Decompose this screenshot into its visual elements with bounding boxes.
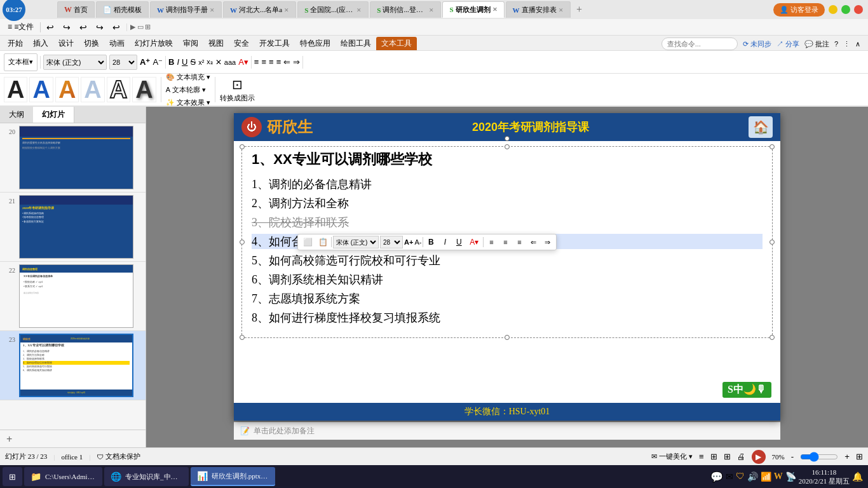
tab-home[interactable]: W 首页 [57, 1, 95, 18]
share-button[interactable]: ↗ 分享 [776, 39, 799, 49]
float-font-dec[interactable]: A- [414, 238, 421, 246]
taskbar-item-browser[interactable]: 🌐 专业知识库_中国研... [104, 467, 189, 486]
ribbon-tab-start[interactable]: 开始 [3, 37, 28, 50]
panel-tab-slides[interactable]: 幻灯片 [33, 107, 74, 123]
slide-thumb-22[interactable]: 22 调剂信息整理 XX专业调剂必备信息清单 • 院校名称 ✓ xyt1 • 联… [0, 262, 146, 331]
slide-item-7[interactable]: 7、志愿填报系统方案 [252, 291, 763, 306]
ribbon-tab-design[interactable]: 设计 [53, 37, 79, 50]
font-name-select[interactable]: 宋体 (正文) [43, 55, 107, 70]
zoom-out-btn[interactable]: - [791, 452, 794, 461]
float-bold-btn[interactable]: B [424, 236, 437, 248]
new-tab-button[interactable]: + [572, 2, 587, 17]
float-color-btn[interactable]: A▾ [466, 236, 482, 248]
network-tray-icon[interactable]: 📡 [785, 471, 796, 482]
slide-item-3[interactable]: 3、院校选择和联系 [252, 215, 763, 230]
float-font-select[interactable]: 宋体 (正文) [333, 236, 379, 248]
taskbar-item-explorer[interactable]: 📁 C:\Users\Adminis... [24, 467, 102, 486]
volume-tray-icon[interactable]: 🔊 [747, 471, 758, 482]
float-align-left[interactable]: ≡ [485, 236, 498, 248]
float-paste-btn[interactable]: 📋 [316, 236, 330, 248]
tab-college[interactable]: S 全国院...(应用) ✕ [297, 1, 369, 18]
ribbon-tab-special[interactable]: 特色应用 [295, 37, 336, 50]
indent-inc-button[interactable]: ⇒ [293, 57, 300, 67]
tab-zhibo[interactable]: W 直播安排表 ✕ [506, 1, 571, 18]
tab-guide-close[interactable]: ✕ [210, 7, 215, 13]
float-align-center[interactable]: ≡ [499, 236, 512, 248]
sync-button[interactable]: ⟳ 未同步 [743, 39, 771, 49]
superscript-button[interactable]: x² [198, 58, 204, 66]
float-indent-dec[interactable]: ⇐ [527, 236, 539, 248]
text-effect-light[interactable]: A [81, 77, 104, 102]
textframe-selector[interactable]: 文本框▾ [4, 53, 37, 71]
wps-tray-icon[interactable]: W [774, 471, 783, 482]
font-size-increase[interactable]: A⁺ [140, 57, 150, 67]
special-char-button[interactable]: aaa [224, 58, 236, 66]
more-button[interactable]: ⋮ [843, 40, 850, 48]
text-fill-button[interactable]: 🎨 文本填充 ▾ [166, 71, 210, 83]
indent-dec-button[interactable]: ⇐ [283, 57, 290, 67]
beauty-button[interactable]: ✉ 一键美化 ▾ [651, 452, 693, 461]
notifications-icon[interactable]: 🔔 [852, 471, 863, 482]
undo2-button[interactable]: ↩ [76, 20, 90, 34]
bold-button[interactable]: B [168, 57, 174, 67]
tab-list-close[interactable]: ✕ [284, 7, 289, 13]
ribbon-tab-devtools[interactable]: 开发工具 [254, 37, 295, 50]
ribbon-tab-review[interactable]: 审阅 [178, 37, 203, 50]
text-effect-shadow[interactable]: A [132, 77, 156, 102]
ribbon-tab-view[interactable]: 视图 [203, 37, 229, 50]
add-slide-button[interactable]: + [6, 433, 12, 445]
comment-button[interactable]: 💬 批注 [804, 39, 829, 49]
font-color-button[interactable]: A▾ [238, 57, 248, 67]
zoom-in-btn[interactable]: + [844, 452, 850, 461]
zoom-slider[interactable] [800, 452, 838, 462]
convert-to-diagram-button[interactable]: ⊡ 转换成图示 [220, 74, 255, 105]
subscript-button[interactable]: x₂ [207, 58, 213, 66]
file-menu[interactable]: ≡ ≡文件 [4, 20, 37, 34]
fit-page-btn[interactable]: ⊞ [856, 452, 863, 461]
tab-tiaoji[interactable]: S 研欣生调剂 ✕ [442, 1, 504, 18]
minimize-button[interactable] [829, 5, 837, 14]
text-effect-blue[interactable]: A [29, 77, 53, 102]
collapse-ribbon-button[interactable]: ∧ [855, 40, 860, 48]
tab-tiaoji-close[interactable]: ✕ [492, 6, 498, 13]
font-size-decrease[interactable]: A⁻ [153, 57, 163, 67]
underline-button[interactable]: U [182, 57, 187, 67]
slide-item-5[interactable]: 5、如何高校筛选可行院校和可行专业 [252, 253, 763, 268]
slide-item-1[interactable]: 1、调剂的必备信息精讲 [252, 177, 763, 192]
float-italic-btn[interactable]: I [438, 236, 451, 248]
tab-guide[interactable]: W 调剂指导手册 ✕ [150, 1, 222, 18]
float-indent-inc[interactable]: ⇒ [541, 236, 553, 248]
align-right-button[interactable]: ≡ [269, 57, 274, 67]
float-copy-btn[interactable]: ⬜ [301, 236, 315, 248]
align-center-button[interactable]: ≡ [261, 57, 266, 67]
visitor-login-button[interactable]: 👤 访客登录 [773, 3, 825, 17]
float-size-select[interactable]: 28 [380, 236, 403, 248]
slide-thumb-23[interactable]: 23 研欣生 2020年考研调剂指导课 1、XX专业可以调剂哪些学校 1、调剂的… [0, 331, 146, 400]
close-button[interactable] [854, 5, 863, 14]
slide-thumb-21[interactable]: 21 2020年考研调剂指导课 • 调剂系统操作指南 • 报考院校信息整理 • … [0, 193, 146, 262]
align-left-button[interactable]: ≡ [254, 57, 259, 67]
wechat-tray-icon[interactable]: 💬 [710, 471, 723, 483]
tab-college-close[interactable]: ✕ [356, 7, 362, 13]
font-size-select[interactable]: 28 [109, 55, 137, 70]
panel-tab-outline[interactable]: 大纲 [0, 107, 33, 123]
normal-view-btn[interactable]: ⊞ [710, 452, 717, 461]
slide-thumb-20[interactable]: 20 调剂的重要性分析及选择策略讲解 根据院校分数线制定个人调剂方案 [0, 123, 146, 193]
ribbon-tab-security[interactable]: 安全 [229, 37, 254, 50]
italic-button[interactable]: I [177, 57, 179, 67]
ribbon-tab-draw[interactable]: 绘图工具 [336, 37, 376, 50]
maximize-button[interactable] [841, 5, 850, 14]
bluetooth-tray-icon[interactable]: 📶 [761, 471, 771, 482]
tab-register-close[interactable]: ✕ [429, 7, 434, 13]
mail-tray-icon[interactable]: ✉ [726, 471, 733, 482]
tab-list[interactable]: W 河北大...名单a ✕ [223, 1, 296, 18]
float-align-right[interactable]: ≡ [513, 236, 526, 248]
grid-view-btn[interactable]: ⊞ [724, 452, 731, 461]
slide-home-button[interactable]: 🏠 [749, 116, 773, 138]
play-button[interactable]: ▶ [752, 450, 766, 464]
text-effect-gradient-orange[interactable]: A [55, 77, 79, 102]
strikethrough-button[interactable]: S [190, 57, 196, 67]
tab-template[interactable]: 📄 稻壳模板 [96, 1, 149, 18]
antivirus-tray-icon[interactable]: 🛡 [736, 471, 745, 482]
distributed-button[interactable]: ≡ [276, 57, 281, 67]
